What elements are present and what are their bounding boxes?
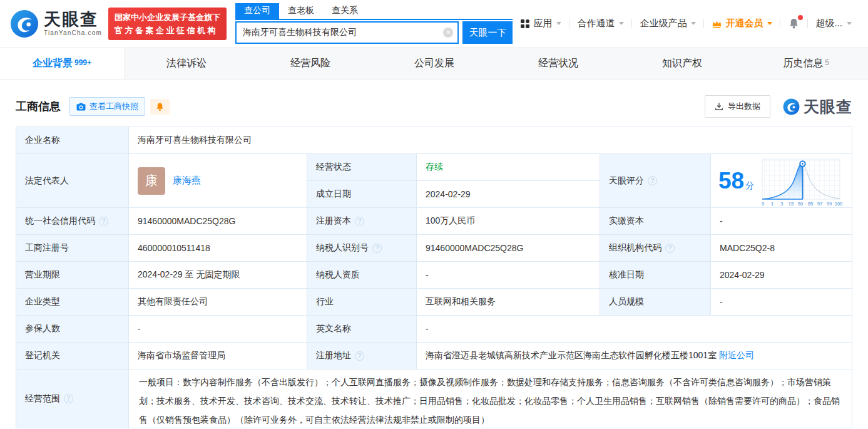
value-business-term: 2024-02-29 至 无固定期限 xyxy=(129,262,307,289)
tianyancha-logo[interactable]: 天眼查 TianYanCha.com xyxy=(10,9,102,38)
value-credit-code: 91460000MADC25Q28G xyxy=(129,208,307,235)
nav-apps[interactable]: 应用 xyxy=(513,18,569,29)
value-staff-size: - xyxy=(711,289,852,316)
value-org-code: MADC25Q2-8 xyxy=(711,235,852,262)
label-registry: 登记机关 xyxy=(16,343,129,370)
notification-dot xyxy=(798,15,803,20)
tab-badge: 5 xyxy=(825,58,829,67)
help-icon[interactable]: ? xyxy=(665,244,675,253)
tab-operation-risk[interactable]: 经营风险 xyxy=(248,48,372,79)
help-icon[interactable]: ? xyxy=(372,244,382,253)
tianyancha-logo-icon xyxy=(783,98,800,115)
label-insured-count: 参保人数 xyxy=(16,316,129,343)
legal-rep-name-link[interactable]: 康海燕 xyxy=(173,175,201,187)
search-button[interactable]: 天眼一下 xyxy=(462,21,513,44)
tab-company-development[interactable]: 公司发展 xyxy=(372,48,496,79)
value-company-name: 海南牙可喜生物科技有限公司 xyxy=(129,127,852,154)
search-tabs: 查公司 查老板 查关系 xyxy=(235,3,513,20)
help-icon[interactable]: ? xyxy=(64,394,73,403)
monitor-bell-button[interactable] xyxy=(150,99,170,115)
nav-vip-membership[interactable]: 开通会员 xyxy=(704,18,780,29)
value-english-name: - xyxy=(417,316,852,343)
badge-line1: 国家中小企业发展子基金旗下 xyxy=(115,11,220,24)
value-reg-capital: 100万人民币 xyxy=(417,208,600,235)
value-established-date: 2024-02-29 xyxy=(417,181,600,208)
tab-intellectual-property[interactable]: 知识产权 xyxy=(620,48,744,79)
nav-notifications[interactable] xyxy=(780,18,807,29)
crown-icon xyxy=(712,19,722,28)
label-company-name: 企业名称 xyxy=(16,127,129,154)
svg-text:97: 97 xyxy=(817,201,822,207)
bell-icon xyxy=(155,102,165,111)
business-info-header: 工商信息 查看工商快照 导出数据 天眼查 xyxy=(16,95,852,118)
svg-text:0: 0 xyxy=(762,201,764,207)
value-industry: 互联网和相关服务 xyxy=(417,289,600,316)
svg-text:85: 85 xyxy=(808,201,813,207)
search-block: 查公司 查老板 查关系 ✕ 天眼一下 xyxy=(235,3,513,44)
label-reg-capital: 注册资本? xyxy=(307,208,417,235)
section-title: 工商信息 xyxy=(16,99,61,114)
logo-domain-text: TianYanCha.com xyxy=(44,30,102,36)
top-nav: 应用 合作通道 企业级产品 开通会员 xyxy=(513,18,859,29)
label-paid-capital: 实缴资本 xyxy=(600,208,711,235)
tab-operating-status[interactable]: 经营状况 xyxy=(496,48,620,79)
tab-badge: 999+ xyxy=(74,58,91,67)
value-approval-date: 2024-02-29 xyxy=(711,262,852,289)
value-status: 存续 xyxy=(417,154,600,181)
view-snapshot-button[interactable]: 查看工商快照 xyxy=(69,97,145,116)
legal-rep-avatar[interactable]: 康 xyxy=(138,167,165,195)
tab-history-info[interactable]: 历史信息5 xyxy=(744,48,868,79)
tab-company-background[interactable]: 企业背景999+ xyxy=(0,48,125,79)
badge-line2: 官方备案企业征信机构 xyxy=(115,24,220,37)
label-approval-date: 核准日期 xyxy=(600,262,711,289)
value-paid-capital: - xyxy=(711,208,852,235)
search-tab-boss[interactable]: 查老板 xyxy=(279,3,323,19)
label-business-scope: 经营范围? xyxy=(16,370,129,428)
value-insured-count: - xyxy=(129,316,307,343)
download-icon xyxy=(715,102,723,111)
export-data-button[interactable]: 导出数据 xyxy=(705,95,770,118)
tianyancha-logo-icon xyxy=(10,9,39,38)
label-reg-number: 工商注册号 xyxy=(16,235,129,262)
svg-text:1: 1 xyxy=(771,201,774,207)
score-number: 58 xyxy=(718,168,744,194)
help-icon[interactable]: ? xyxy=(355,217,364,226)
svg-text:100: 100 xyxy=(835,201,843,207)
nav-cooperation[interactable]: 合作通道 xyxy=(569,18,631,29)
nearby-companies-link[interactable]: 附近公司 xyxy=(719,350,754,361)
chevron-down-icon xyxy=(556,22,561,25)
help-icon[interactable]: ? xyxy=(99,217,108,226)
svg-text:15: 15 xyxy=(789,201,794,207)
label-taxpayer-quality: 纳税人资质 xyxy=(307,262,417,289)
score-distribution-chart: 0 1 3 15 50 85 97 99 100 xyxy=(759,155,843,207)
help-icon[interactable]: ? xyxy=(355,351,364,361)
label-business-term: 营业期限 xyxy=(16,262,129,289)
chevron-down-icon xyxy=(847,22,852,25)
top-header: 天眼查 TianYanCha.com 国家中小企业发展子基金旗下 官方备案企业征… xyxy=(0,0,868,47)
label-tianyan-score: 天眼评分? xyxy=(600,154,711,208)
help-icon[interactable]: ? xyxy=(648,176,657,185)
search-input[interactable] xyxy=(235,21,459,44)
label-staff-size: 人员规模 xyxy=(600,289,711,316)
tab-legal-litigation[interactable]: 法律诉讼 xyxy=(125,48,248,79)
status-badge: 存续 xyxy=(426,162,443,173)
label-org-code: 组织机构代码? xyxy=(600,235,711,262)
label-company-type: 企业类型 xyxy=(16,289,129,316)
label-established-date: 成立日期 xyxy=(307,181,417,208)
search-tab-relation[interactable]: 查关系 xyxy=(323,3,367,19)
label-english-name: 英文名称 xyxy=(307,316,417,343)
label-legal-rep: 法定代表人 xyxy=(16,154,129,208)
logo-cn-text: 天眼查 xyxy=(44,11,102,28)
svg-text:3: 3 xyxy=(780,201,783,207)
value-address: 海南省澄迈县老城镇高新技术产业示范区海南生态软件园孵化楼五楼1001室 附近公司 xyxy=(417,343,852,370)
business-info-table: 企业名称 海南牙可喜生物科技有限公司 法定代表人 康 康海燕 经营状态 存续 天… xyxy=(16,127,852,428)
label-credit-code: 统一社会信用代码? xyxy=(16,208,129,235)
search-tab-company[interactable]: 查公司 xyxy=(235,3,279,19)
nav-enterprise-products[interactable]: 企业级产品 xyxy=(632,18,703,29)
nav-account[interactable]: 超级... xyxy=(808,18,859,29)
clear-search-icon[interactable]: ✕ xyxy=(443,28,453,38)
value-taxpayer-id: 91460000MADC25Q28G xyxy=(417,235,600,262)
value-tianyan-score: 58分 0 1 3 xyxy=(711,154,852,208)
label-status: 经营状态 xyxy=(307,154,417,181)
apps-grid-icon xyxy=(520,19,530,29)
